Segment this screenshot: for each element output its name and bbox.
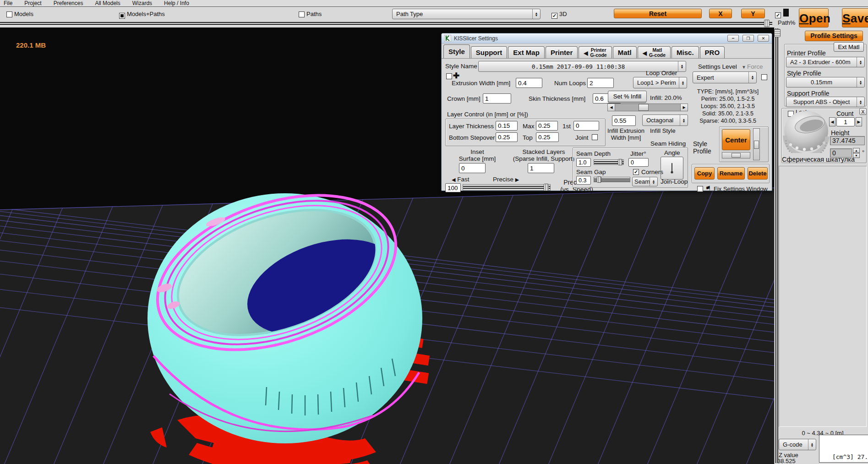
- delete-button[interactable]: Delete: [748, 167, 768, 180]
- minimize-button[interactable]: [727, 35, 739, 42]
- model-remove-button[interactable]: X: [859, 108, 867, 115]
- seam-depth-input[interactable]: [576, 158, 591, 167]
- menu-file[interactable]: File: [4, 0, 12, 6]
- inset-surface-input[interactable]: [459, 163, 486, 173]
- gcode-select[interactable]: G-code: [779, 439, 816, 450]
- center-vscroll-thumb[interactable]: [754, 141, 759, 149]
- count-decrement[interactable]: ◀: [829, 117, 835, 126]
- models-checkbox[interactable]: Models: [6, 10, 33, 18]
- precision-slider-thumb[interactable]: [544, 184, 549, 191]
- num-loops-input[interactable]: [587, 78, 614, 88]
- tab-pro[interactable]: PRO: [700, 46, 725, 58]
- tab-ext-map[interactable]: Ext Map: [508, 46, 545, 58]
- infill-extrusion-input[interactable]: [612, 115, 636, 126]
- stepper-icon[interactable]: [857, 77, 864, 87]
- seam-gap-slider-thumb[interactable]: [597, 176, 601, 183]
- stepper-icon[interactable]: [857, 97, 864, 107]
- 3d-checkbox[interactable]: 3D: [551, 10, 567, 19]
- rotate-y-button[interactable]: Y: [741, 9, 765, 18]
- settings-window[interactable]: KISSlicer Settings Style Support Ext Map…: [441, 33, 772, 191]
- menu-preferences[interactable]: Preferences: [54, 0, 83, 6]
- path-color-checkbox[interactable]: [775, 10, 781, 18]
- rotate-x-button[interactable]: X: [709, 9, 732, 18]
- stepper-icon[interactable]: [679, 77, 687, 88]
- bottom-stepover-input[interactable]: [496, 132, 518, 142]
- copy-button[interactable]: Copy: [694, 167, 715, 180]
- set-percent-infill-button[interactable]: Set % Infill: [608, 91, 647, 102]
- stepper-icon[interactable]: [532, 9, 540, 19]
- crown-input[interactable]: [483, 93, 511, 104]
- scroll-left-icon[interactable]: ◀: [608, 104, 615, 111]
- models-paths-checkbox[interactable]: Models+Paths: [119, 10, 165, 19]
- path-percent-slider-thumb[interactable]: [764, 20, 770, 27]
- corners-checkbox[interactable]: [633, 169, 639, 175]
- menu-help[interactable]: Help / Info: [164, 0, 189, 6]
- tab-support[interactable]: Support: [471, 46, 508, 58]
- infill-scrollbar-thumb[interactable]: [639, 104, 649, 111]
- tab-printer-gcode[interactable]: PrinterG-code: [579, 46, 611, 58]
- style-profile-select[interactable]: 0.15mm: [786, 77, 865, 87]
- reset-button[interactable]: Reset: [614, 9, 702, 18]
- stepper-icon[interactable]: [678, 61, 686, 71]
- seam-depth-slider[interactable]: [594, 159, 624, 165]
- save-button[interactable]: Save: [842, 8, 868, 27]
- printer-profile-select[interactable]: A2 - 3 Extruder - 600m: [786, 57, 865, 67]
- models-list-panel[interactable]: [779, 166, 867, 427]
- tab-matl-gcode[interactable]: MatlG-code: [638, 46, 671, 58]
- maximize-button[interactable]: [742, 35, 754, 42]
- profile-settings-button[interactable]: Profile Settings: [805, 31, 863, 41]
- path-percent-slider[interactable]: [0, 21, 772, 26]
- jitter-input[interactable]: [628, 158, 649, 167]
- center-vscroll[interactable]: [753, 128, 760, 160]
- new-style-checkbox[interactable]: [446, 73, 452, 79]
- path-color-swatch[interactable]: [783, 9, 789, 16]
- open-button[interactable]: Open: [799, 8, 829, 27]
- stepper-icon[interactable]: [680, 115, 688, 126]
- max-input[interactable]: [536, 121, 558, 131]
- infill-scrollbar[interactable]: ◀ ▶: [607, 104, 688, 111]
- stepper-icon[interactable]: [808, 439, 816, 450]
- ext-matl-button[interactable]: Ext Matl: [834, 42, 864, 52]
- loop-order-select[interactable]: Loop1 > Perim: [633, 77, 687, 88]
- extrusion-width-input[interactable]: [516, 78, 542, 88]
- plus-icon[interactable]: ✚: [453, 71, 459, 81]
- settings-level-select[interactable]: Expert: [693, 71, 757, 83]
- seam-depth-slider-thumb[interactable]: [618, 159, 622, 165]
- spin-up-icon[interactable]: ▲: [853, 148, 860, 153]
- stepper-icon[interactable]: [857, 57, 864, 67]
- tab-matl[interactable]: Matl: [613, 46, 637, 58]
- first-layer-input[interactable]: [573, 121, 599, 131]
- rename-button[interactable]: Rename: [717, 167, 745, 180]
- fix-settings-checkbox[interactable]: [697, 186, 703, 192]
- force-checkbox[interactable]: [761, 74, 767, 80]
- layer-thickness-input[interactable]: [496, 121, 518, 131]
- stepper-icon[interactable]: [748, 72, 756, 83]
- support-profile-select[interactable]: Support ABS - Object: [786, 97, 865, 107]
- sidebar-vslider-thumb[interactable]: [774, 29, 781, 37]
- menu-all-models[interactable]: All Models: [95, 0, 120, 6]
- center-hscroll[interactable]: [722, 152, 750, 158]
- center-hscroll-thumb[interactable]: [732, 153, 741, 158]
- settings-titlebar[interactable]: KISSlicer Settings: [442, 33, 772, 44]
- infill-style-select[interactable]: Octagonal: [642, 115, 688, 126]
- center-button[interactable]: Center: [722, 129, 750, 150]
- top-input[interactable]: [536, 132, 559, 142]
- close-button[interactable]: [758, 35, 769, 42]
- count-input[interactable]: [836, 117, 855, 126]
- seam-gap-slider[interactable]: [594, 177, 630, 182]
- tab-printer[interactable]: Printer: [546, 46, 578, 58]
- seam-gap-input[interactable]: [576, 176, 591, 185]
- menu-project[interactable]: Project: [24, 0, 41, 6]
- scroll-right-icon[interactable]: ▶: [680, 104, 688, 111]
- path-type-select[interactable]: Path Type: [392, 9, 540, 19]
- triangle-down-icon[interactable]: [742, 63, 747, 70]
- count-increment[interactable]: ▶: [856, 117, 862, 126]
- paths-checkbox[interactable]: Paths: [299, 10, 322, 18]
- angle-dial-button[interactable]: [661, 157, 683, 180]
- tab-style[interactable]: Style: [443, 44, 470, 58]
- stepper-icon[interactable]: [650, 177, 657, 186]
- joint-checkbox[interactable]: [592, 134, 598, 140]
- stacked-layers-input[interactable]: [528, 163, 554, 173]
- precision-value[interactable]: [445, 183, 461, 192]
- seam-select[interactable]: Seam: [632, 177, 658, 186]
